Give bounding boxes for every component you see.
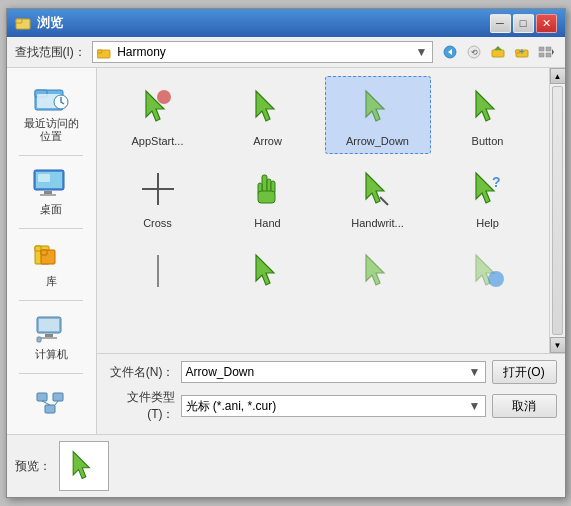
file-item-10[interactable] (215, 240, 321, 306)
file-grid: AppStart... Arrow (97, 68, 549, 353)
new-folder-icon: + (515, 45, 529, 59)
views-button[interactable] (535, 41, 557, 63)
file-item-arrowdown[interactable]: Arrow_Down (325, 76, 431, 154)
svg-marker-62 (73, 452, 89, 479)
svg-rect-30 (41, 250, 47, 255)
svg-rect-48 (262, 175, 267, 193)
cursor-icon-11 (354, 247, 402, 295)
sidebar-item-desktop[interactable]: 桌面 (11, 162, 91, 222)
maximize-button[interactable]: □ (513, 14, 534, 33)
dropdown-arrow-icon: ▼ (416, 45, 428, 59)
up-folder-icon (491, 45, 505, 59)
svg-line-54 (380, 197, 388, 205)
title-bar: 浏览 ─ □ ✕ (7, 9, 565, 37)
scrollbar[interactable]: ▲ ▼ (549, 68, 565, 353)
sidebar-item-library[interactable]: 库 (11, 234, 91, 294)
cursor-icon-cross (134, 165, 182, 213)
svg-rect-38 (45, 405, 55, 413)
open-button[interactable]: 打开(O) (492, 360, 557, 384)
cursor-icon-help: ? (464, 165, 512, 213)
up-folder-button[interactable] (487, 41, 509, 63)
filetype-row: 文件类型(T)： 光标 (*.ani, *.cur) ▼ 取消 (105, 389, 557, 423)
sidebar: 最近访问的 位置 桌面 (7, 68, 97, 434)
desktop-label: 桌面 (40, 203, 62, 216)
minimize-button[interactable]: ─ (490, 14, 511, 33)
svg-rect-13 (539, 47, 544, 51)
svg-rect-28 (35, 246, 41, 251)
file-label-button: Button (472, 135, 504, 147)
svg-rect-33 (45, 334, 53, 337)
svg-rect-14 (546, 47, 551, 51)
svg-rect-35 (37, 337, 41, 342)
preview-box (59, 441, 109, 491)
file-item-11[interactable] (325, 240, 431, 306)
folder-dropdown[interactable]: Harmony ▼ (92, 41, 433, 63)
scroll-down-button[interactable]: ▼ (550, 337, 565, 353)
sidebar-item-network[interactable] (11, 379, 91, 426)
svg-text:+: + (519, 47, 524, 57)
toolbar: 查找范围(I)： Harmony ▼ (7, 37, 565, 68)
file-item-12[interactable] (435, 240, 541, 306)
file-item-help[interactable]: ? Help (435, 158, 541, 236)
filename-input[interactable]: Arrow_Down ▼ (181, 361, 486, 383)
close-button[interactable]: ✕ (536, 14, 557, 33)
svg-rect-36 (37, 393, 47, 401)
cursor-icon-button (464, 83, 512, 131)
filename-dropdown-arrow: ▼ (469, 365, 481, 379)
svg-line-40 (55, 401, 58, 405)
window-icon (15, 15, 31, 31)
cancel-button[interactable]: 取消 (492, 394, 557, 418)
search-scope-label: 查找范围(I)： (15, 44, 86, 61)
cursor-icon-9 (134, 247, 182, 295)
cursor-icon-12 (464, 247, 512, 295)
preview-cursor-icon (66, 448, 102, 484)
filetype-input[interactable]: 光标 (*.ani, *.cur) ▼ (181, 395, 486, 417)
folder-icon (97, 47, 111, 59)
svg-rect-15 (539, 53, 544, 57)
filename-label: 文件名(N)： (105, 364, 175, 381)
preview-section: 预览： (7, 434, 565, 497)
svg-rect-3 (97, 50, 102, 53)
scroll-up-button[interactable]: ▲ (550, 68, 565, 84)
library-icon (31, 240, 71, 272)
filetype-dropdown-arrow: ▼ (469, 399, 481, 413)
svg-rect-1 (16, 19, 22, 23)
file-label-arrow: Arrow (253, 135, 282, 147)
recent-locations-button[interactable]: ⟲ (463, 41, 485, 63)
svg-rect-16 (546, 53, 551, 57)
cursor-icon-10 (244, 247, 292, 295)
svg-line-39 (42, 401, 50, 405)
back-button[interactable] (439, 41, 461, 63)
svg-marker-17 (552, 49, 554, 55)
sidebar-item-computer[interactable]: 计算机 (11, 307, 91, 367)
sidebar-item-recent[interactable]: 最近访问的 位置 (11, 76, 91, 149)
file-item-hand[interactable]: Hand (215, 158, 321, 236)
file-item-arrow[interactable]: Arrow (215, 76, 321, 154)
recent-icon: ⟲ (467, 45, 481, 59)
file-item-9[interactable] (105, 240, 211, 306)
library-label: 库 (46, 275, 57, 288)
desktop-icon (31, 168, 71, 200)
file-label-appstart: AppStart... (132, 135, 184, 147)
browser-dialog: 浏览 ─ □ ✕ 查找范围(I)： Harmony ▼ (6, 8, 566, 498)
svg-marker-59 (366, 255, 384, 285)
new-folder-button[interactable]: + (511, 41, 533, 63)
svg-text:⟲: ⟲ (470, 48, 477, 57)
file-item-appstart[interactable]: AppStart... (105, 76, 211, 154)
svg-marker-44 (366, 91, 384, 121)
file-label-help: Help (476, 217, 499, 229)
svg-marker-43 (256, 91, 274, 121)
svg-rect-32 (39, 319, 59, 331)
recent-places-icon (31, 82, 71, 114)
svg-point-42 (157, 90, 171, 104)
file-item-button[interactable]: Button (435, 76, 541, 154)
scroll-thumb[interactable] (552, 86, 563, 335)
file-item-handwrit[interactable]: Handwrit... (325, 158, 431, 236)
svg-text:?: ? (492, 174, 501, 190)
filetype-label: 文件类型(T)： (105, 389, 175, 423)
filename-value: Arrow_Down (186, 365, 255, 379)
file-label-hand: Hand (254, 217, 280, 229)
file-item-cross[interactable]: Cross (105, 158, 211, 236)
file-label-arrowdown: Arrow_Down (346, 135, 409, 147)
file-label-cross: Cross (143, 217, 172, 229)
